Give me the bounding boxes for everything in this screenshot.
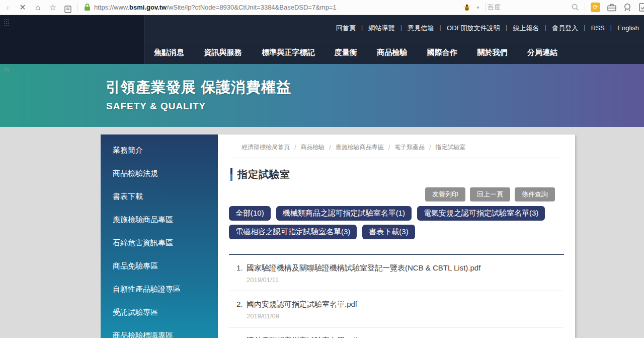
sidebar-item-voluntary[interactable]: 自願性產品驗證專區: [101, 278, 218, 301]
forward-icon[interactable]: ›: [0, 0, 15, 15]
utility-link-english[interactable]: English: [617, 24, 639, 32]
nav-item-metrology[interactable]: 度量衡: [335, 48, 357, 57]
actions-row: 友善列印 回上一頁 條件查詢: [218, 187, 555, 201]
header-right: 回首頁｜ 網站導覽｜ 意見信箱｜ ODF開放文件說明｜ 線上報名｜ 會員登入｜ …: [145, 15, 644, 64]
document-link[interactable]: 國家驗證機構及關聯驗證機構試驗室登記一覽表(NCB & CBTL List).p…: [247, 263, 480, 273]
filter-forms-button[interactable]: 書表下載(3): [362, 225, 415, 239]
breadcrumb-separator: /: [294, 144, 296, 151]
home-icon[interactable]: ⌂: [30, 0, 45, 15]
utility-link-feedback[interactable]: 意見信箱: [408, 24, 434, 33]
search-criteria-button[interactable]: 條件查詢: [515, 187, 555, 201]
utility-link-rss[interactable]: RSS: [591, 24, 605, 32]
main-content: 經濟部標檢局首頁/ 商品檢驗/ 應施檢驗商品專區/ 電子類產品/ 指定試驗室 指…: [218, 134, 575, 338]
page-body: 業務簡介 商品檢驗法規 書表下載 應施檢驗商品專區 石綿危害資訊專區 商品免驗專…: [0, 127, 644, 338]
breadcrumb-zone[interactable]: 應施檢驗商品專區: [336, 143, 384, 152]
sidebar-item-marking[interactable]: 商品檢驗標識專區: [101, 324, 218, 338]
breadcrumb-home[interactable]: 經濟部標檢局首頁: [242, 143, 290, 152]
nav-item-branches[interactable]: 分局連結: [527, 48, 557, 57]
document-link[interactable]: 國內安規認可指定試驗室名單.pdf: [247, 300, 357, 309]
utility-separator: ｜: [437, 24, 443, 32]
document-number: 3.: [236, 336, 247, 338]
search-icon[interactable]: [572, 4, 579, 11]
document-line: 3. 國外電磁相容指定試驗室名單.pdf: [229, 336, 564, 338]
reading-list-icon[interactable]: [60, 2, 75, 13]
page-title: 指定試驗室: [237, 168, 290, 181]
browser-toolbar: › ✕ ⌂ ☆ https://www.bsmi.gov.tw/wSite/lp…: [0, 0, 644, 15]
toolbar-divider: [77, 3, 78, 12]
stop-icon[interactable]: ✕: [15, 0, 30, 15]
nav-item-about[interactable]: 關於我們: [477, 48, 507, 57]
utility-separator: ｜: [359, 24, 365, 32]
utility-link-sitemap[interactable]: 網站導覽: [369, 24, 395, 33]
list-item: 1. 國家驗證機構及關聯驗證機構試驗室登記一覽表(NCB & CBTL List…: [229, 255, 564, 291]
zoom-lens-icon[interactable]: [623, 3, 632, 12]
search-divider: [485, 3, 486, 12]
sidebar-item-entrusted-test[interactable]: 受託試驗專區: [101, 301, 218, 324]
document-link[interactable]: 國外電磁相容指定試驗室名單.pdf: [247, 336, 357, 338]
breadcrumb: 經濟部標檢局首頁/ 商品檢驗/ 應施檢驗商品專區/ 電子類產品/ 指定試驗室: [230, 134, 562, 158]
nav-item-inspection[interactable]: 商品檢驗: [377, 48, 407, 57]
tools-divider: [585, 3, 585, 12]
utility-link-register[interactable]: 線上報名: [513, 24, 539, 33]
document-number: 1.: [236, 263, 247, 273]
nav-item-info-services[interactable]: 資訊與服務: [204, 48, 242, 57]
utility-link-login[interactable]: 會員登入: [552, 24, 578, 33]
site-logo[interactable]: ::: :::: [0, 15, 144, 64]
utility-separator: ｜: [582, 24, 588, 32]
main-nav: 焦點消息 資訊與服務 標準與正字標記 度量衡 商品檢驗 國際合作 關於我們 分局…: [145, 41, 644, 63]
sidebar: 業務簡介 商品檢驗法規 書表下載 應施檢驗商品專區 石綿危害資訊專區 商品免驗專…: [101, 134, 218, 338]
briefcase-icon[interactable]: [607, 4, 616, 12]
title-accent-bar: [230, 168, 232, 181]
sidebar-item-forms[interactable]: 書表下載: [101, 185, 218, 209]
url-text: https://www.bsmi.gov.tw/wSite/lp?ctNode=…: [94, 4, 337, 11]
list-item: 3. 國外電磁相容指定試驗室名單.pdf 2018/12/19: [229, 327, 564, 338]
sync-extension-icon[interactable]: ⟳: [591, 3, 600, 12]
breadcrumb-electronics[interactable]: 電子類產品: [394, 143, 425, 152]
filter-electrical-safety-button[interactable]: 電氣安規之認可指定試驗室名單(3): [417, 206, 545, 221]
utility-separator: ｜: [542, 24, 548, 32]
utility-nav: 回首頁｜ 網站導覽｜ 意見信箱｜ ODF開放文件說明｜ 線上報名｜ 會員登入｜ …: [145, 15, 644, 41]
address-bar[interactable]: https://www.bsmi.gov.tw/wSite/lp?ctNode=…: [80, 4, 377, 11]
page-check-icon[interactable]: [639, 3, 644, 12]
print-friendly-button[interactable]: 友善列印: [425, 187, 465, 201]
breadcrumb-current[interactable]: 指定試驗室: [435, 143, 465, 152]
utility-separator: ｜: [504, 24, 510, 32]
filter-emc-button[interactable]: 電磁相容之認可指定試驗室名單(3): [229, 225, 357, 239]
nav-item-news[interactable]: 焦點消息: [154, 48, 184, 57]
hero-banner: ::: 引領產業發展 保護消費權益 SAFETY & QUALITY: [0, 64, 644, 127]
document-line: 2. 國內安規認可指定試驗室名單.pdf: [229, 300, 564, 309]
sidebar-item-inspection-zone[interactable]: 應施檢驗商品專區: [101, 209, 218, 232]
document-number: 2.: [236, 300, 247, 309]
utility-separator: ｜: [608, 24, 614, 32]
utility-link-home[interactable]: 回首頁: [336, 24, 356, 33]
breadcrumb-separator: /: [388, 144, 390, 151]
sidebar-item-intro[interactable]: 業務簡介: [101, 139, 218, 162]
bee-extension-icon[interactable]: [463, 4, 471, 12]
sidebar-item-exemption[interactable]: 商品免驗專區: [101, 255, 218, 278]
breadcrumb-separator: /: [329, 144, 331, 151]
chevron-down-icon[interactable]: ▾: [476, 5, 479, 10]
filter-all-button[interactable]: 全部(10): [229, 206, 271, 221]
bookmark-star-icon[interactable]: ☆: [45, 0, 60, 15]
accessibility-anchor: :::: [4, 18, 144, 22]
accessibility-anchor: :::: [4, 66, 10, 72]
banner-title: 引領產業發展 保護消費權益: [106, 78, 291, 98]
list-item: 2. 國內安規認可指定試驗室名單.pdf 2019/01/09: [229, 291, 564, 327]
back-button[interactable]: 回上一頁: [470, 187, 510, 201]
document-date: 2019/01/09: [247, 312, 564, 320]
sidebar-item-regulations[interactable]: 商品檢驗法規: [101, 162, 218, 185]
document-date: 2019/01/11: [247, 276, 564, 284]
category-filters: 全部(10) 機械類商品之認可指定試驗室名單(1) 電氣安規之認可指定試驗室名單…: [229, 206, 564, 239]
utility-link-odf[interactable]: ODF開放文件說明: [447, 24, 500, 33]
breadcrumb-separator: /: [429, 144, 431, 151]
document-list: 1. 國家驗證機構及關聯驗證機構試驗室登記一覽表(NCB & CBTL List…: [229, 255, 564, 338]
nav-item-international[interactable]: 國際合作: [427, 48, 457, 57]
https-lock-icon: [84, 4, 91, 11]
breadcrumb-inspection[interactable]: 商品檢驗: [300, 143, 325, 152]
accessibility-anchor: :::: [4, 22, 144, 26]
nav-item-standards[interactable]: 標準與正字標記: [262, 48, 314, 57]
filter-mechanical-button[interactable]: 機械類商品之認可指定試驗室名單(1): [276, 206, 412, 221]
sidebar-item-asbestos[interactable]: 石綿危害資訊專區: [101, 232, 218, 255]
search-input[interactable]: 百度: [488, 3, 568, 12]
utility-separator: ｜: [398, 24, 405, 32]
